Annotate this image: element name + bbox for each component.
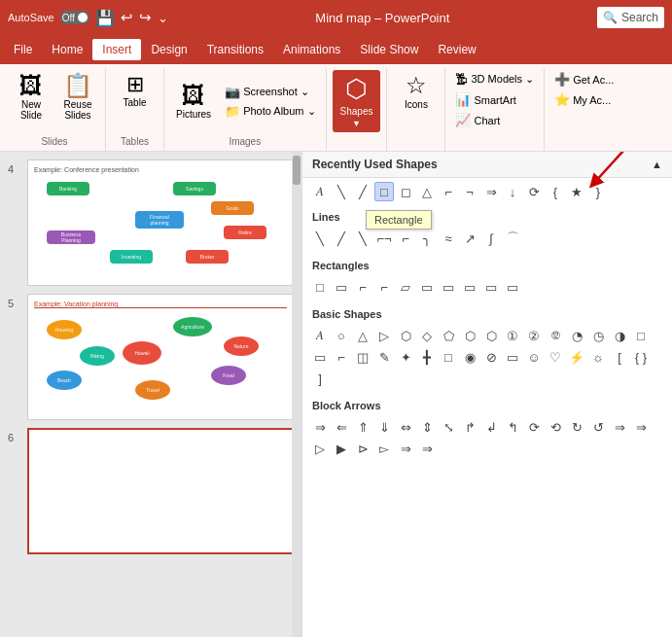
basic-bracket-close[interactable]: ] — [310, 369, 330, 388]
line-freeform[interactable]: ↗ — [460, 229, 479, 248]
arrow-lr-block[interactable]: ⇔ — [396, 417, 415, 437]
redo-icon[interactable]: ↪ — [139, 9, 152, 26]
shape-arrow-right[interactable]: ⇒ — [481, 182, 501, 201]
arrow-left-block[interactable]: ⇐ — [332, 417, 351, 437]
arrow-down-block[interactable]: ⇓ — [374, 417, 394, 437]
basic-tri[interactable]: △ — [353, 326, 372, 345]
arrow-filled[interactable]: ▶ — [332, 439, 351, 458]
basic-bracket-open[interactable]: [ — [610, 347, 629, 367]
shape-arrow-down[interactable]: ↓ — [503, 182, 522, 201]
arrow-ccw[interactable]: ⟲ — [546, 417, 565, 437]
chart-button[interactable]: 📈 Chart — [451, 111, 504, 129]
basic-pentagon[interactable]: ⬠ — [439, 326, 458, 345]
menu-file[interactable]: File — [4, 39, 42, 60]
arrow-notch2[interactable]: ⇒ — [417, 439, 437, 458]
basic-sun[interactable]: ☼ — [588, 347, 608, 367]
shapes-scroll-up[interactable]: ▲ — [652, 159, 662, 170]
shape-rect2[interactable]: ◻ — [396, 182, 415, 201]
arrow-tri[interactable]: ▷ — [310, 439, 330, 458]
basic-smiley[interactable]: ☺ — [524, 347, 544, 367]
basic-bevel[interactable]: ◫ — [353, 347, 372, 367]
basic-cross[interactable]: ╋ — [417, 347, 437, 367]
arrow-arc-cw[interactable]: ↻ — [567, 417, 586, 437]
basic-frame[interactable]: □ — [631, 326, 651, 345]
arrow-bent1[interactable]: ↱ — [460, 417, 479, 437]
rect-flat3[interactable]: ▭ — [460, 277, 479, 297]
slide-thumb-6[interactable] — [27, 428, 294, 554]
rect-parallelogram[interactable]: ▱ — [396, 277, 415, 297]
basic-block[interactable]: ▭ — [503, 347, 522, 367]
basic-hept[interactable]: ⬡ — [481, 326, 501, 345]
screenshot-button[interactable]: 📷 Screenshot ⌄ — [221, 83, 319, 101]
basic-cylinder[interactable]: ✎ — [374, 347, 394, 367]
rect-flat4[interactable]: ▭ — [481, 277, 501, 297]
menu-review[interactable]: Review — [428, 39, 485, 60]
rect-flat[interactable]: ▭ — [417, 277, 437, 297]
basic-diamond[interactable]: ◇ — [417, 326, 437, 345]
basic-heart[interactable]: ♡ — [546, 347, 565, 367]
rect-rounded[interactable]: ▭ — [332, 277, 351, 297]
line-scribble[interactable]: ∫ — [481, 229, 501, 248]
line-arrow[interactable]: ╱ — [332, 229, 351, 248]
shape-star[interactable]: ★ — [567, 182, 586, 201]
arrow-arc-ccw[interactable]: ↺ — [588, 417, 608, 437]
basic-lightning[interactable]: ⚡ — [567, 347, 586, 367]
rect-snip1[interactable]: ⌐ — [353, 277, 372, 297]
basic-hex[interactable]: ⬡ — [460, 326, 479, 345]
shape-corner2[interactable]: ¬ — [460, 182, 479, 201]
icons-button[interactable]: ☆ Icons — [395, 70, 438, 114]
shape-corner1[interactable]: ⌐ — [439, 182, 458, 201]
shape-brace-open[interactable]: { — [546, 182, 565, 201]
shape-line2[interactable]: ╱ — [353, 182, 372, 201]
get-addin-button[interactable]: ➕ Get Ac... — [550, 70, 618, 88]
shape-rotate[interactable]: ⟳ — [524, 182, 544, 201]
reuse-slides-button[interactable]: 📋 ReuseSlides — [56, 70, 99, 124]
arrow-ud-block[interactable]: ⇕ — [417, 417, 437, 437]
arrow-diag-block[interactable]: ⤡ — [439, 417, 458, 437]
basic-pie2[interactable]: ◷ — [588, 326, 608, 345]
line-straight[interactable]: ╲ — [310, 229, 330, 248]
scrollbar-thumb[interactable] — [293, 156, 301, 185]
undo-icon[interactable]: ↩ — [121, 9, 133, 26]
search-label[interactable]: Search — [621, 11, 658, 24]
my-addin-button[interactable]: ⭐ My Ac... — [550, 90, 615, 109]
arrow-chevron2[interactable]: ▻ — [374, 439, 394, 458]
menu-insert[interactable]: Insert — [92, 39, 141, 60]
menu-transitions[interactable]: Transitions — [197, 39, 273, 60]
menu-slideshow[interactable]: Slide Show — [350, 39, 428, 60]
basic-plaque[interactable]: ▭ — [310, 347, 330, 367]
arrow-chevron[interactable]: ⊳ — [353, 439, 372, 458]
basic-pie[interactable]: ◔ — [567, 326, 586, 345]
line-curve[interactable]: ╮ — [417, 229, 437, 248]
slide-panel-scrollbar[interactable] — [292, 152, 301, 637]
arrow-cw[interactable]: ⟳ — [524, 417, 544, 437]
smartart-button[interactable]: 📊 SmartArt — [451, 90, 519, 109]
shape-line1[interactable]: ╲ — [332, 182, 351, 201]
basic-text[interactable]: 𝐴 — [310, 326, 330, 345]
basic-plus[interactable]: ✦ — [396, 347, 415, 367]
customize-icon[interactable]: ⌄ — [158, 11, 168, 25]
arrow-bent2[interactable]: ↲ — [481, 417, 501, 437]
line-elbow[interactable]: ╲ — [353, 229, 372, 248]
menu-animations[interactable]: Animations — [273, 39, 350, 60]
autosave-toggle[interactable]: Off — [60, 11, 89, 24]
shape-brace-close[interactable]: } — [588, 182, 608, 201]
rect-flat5[interactable]: ▭ — [503, 277, 522, 297]
line-arc[interactable]: ⌒ — [503, 229, 522, 248]
basic-circle-1[interactable]: ① — [503, 326, 522, 345]
slide-thumb-5[interactable]: Example: Vacation planning Hawaii Housin… — [27, 294, 294, 420]
line-elbow2[interactable]: ⌐¬ — [374, 229, 394, 248]
table-button[interactable]: ⊞ Table — [114, 70, 157, 112]
shape-text-A[interactable]: 𝐴 — [310, 182, 330, 201]
arrow-right2[interactable]: ⇒ — [610, 417, 629, 437]
rect-snip2[interactable]: ⌐ — [374, 277, 394, 297]
basic-cube[interactable]: ⌐ — [332, 347, 351, 367]
menu-design[interactable]: Design — [141, 39, 196, 60]
basic-12[interactable]: ⑫ — [546, 326, 565, 345]
3d-models-button[interactable]: 🗜 3D Models ⌄ — [451, 70, 538, 88]
basic-no[interactable]: ⊘ — [481, 347, 501, 367]
basic-circle-2[interactable]: ② — [524, 326, 544, 345]
basic-donut[interactable]: ◉ — [460, 347, 479, 367]
basic-trap[interactable]: ⬡ — [396, 326, 415, 345]
basic-rtri[interactable]: ▷ — [374, 326, 394, 345]
